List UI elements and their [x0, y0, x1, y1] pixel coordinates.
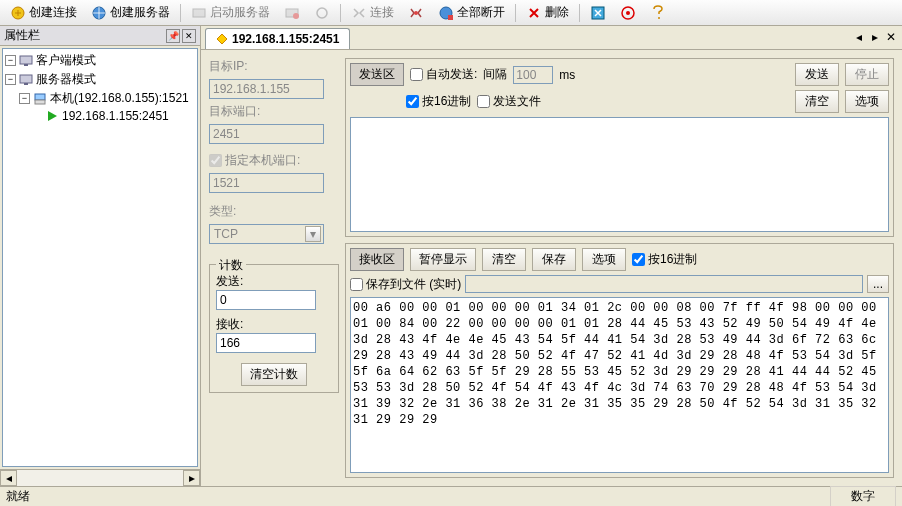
tab-prev-button[interactable]: ◂ [852, 30, 866, 44]
svg-point-12 [658, 17, 660, 19]
start-server-button[interactable]: 启动服务器 [185, 1, 276, 24]
host-icon [33, 92, 47, 106]
dropdown-icon: ▾ [305, 226, 321, 242]
close-panel-button[interactable]: ✕ [182, 29, 196, 43]
target-ip-input [209, 79, 324, 99]
scroll-track[interactable] [17, 470, 183, 486]
scroll-right-button[interactable]: ▸ [183, 470, 200, 486]
tree-server-mode[interactable]: − 服务器模式 [5, 70, 195, 89]
send-button[interactable]: 发送 [795, 63, 839, 86]
save-file-path-input [465, 275, 863, 293]
pin-button[interactable]: 📌 [166, 29, 180, 43]
receive-area: 接收区 暂停显示 清空 保存 选项 按16进制 保存到文件 (实时) ... 0… [345, 243, 894, 478]
stop-button: 停止 [845, 63, 889, 86]
save-to-file-checkbox[interactable]: 保存到文件 (实时) [350, 276, 461, 293]
disconnect-button[interactable] [402, 2, 430, 24]
tool-button-2[interactable] [614, 2, 642, 24]
pause-display-button[interactable]: 暂停显示 [410, 248, 476, 271]
panel-title: 属性栏 [4, 27, 40, 44]
send-count-label: 发送: [216, 273, 332, 290]
svg-rect-17 [35, 94, 45, 100]
svg-rect-16 [24, 83, 28, 85]
disconnect-all-label: 全部断开 [457, 4, 505, 21]
type-select: TCP ▾ [209, 224, 324, 244]
clear-send-button[interactable]: 清空 [795, 90, 839, 113]
start-icon [191, 5, 207, 21]
stop-server-icon [284, 5, 300, 21]
disconnect-all-button[interactable]: 全部断开 [432, 1, 511, 24]
properties-panel: 属性栏 📌 ✕ − 客户端模式 − 服务器模式 − 本机(192.168.0.1 [0, 26, 201, 486]
type-value: TCP [214, 227, 238, 241]
target-icon [620, 5, 636, 21]
svg-point-4 [293, 13, 299, 19]
connection-tree[interactable]: − 客户端模式 − 服务器模式 − 本机(192.168.0.155):1521… [2, 48, 198, 467]
close-box-icon [590, 5, 606, 21]
connection-icon [10, 5, 26, 21]
toolbar-separator [515, 4, 516, 22]
interval-input [513, 66, 553, 84]
local-port-label: 指定本机端口: [225, 152, 300, 169]
save-button[interactable]: 保存 [532, 248, 576, 271]
main-content: 192.168.1.155:2451 ◂ ▸ ✕ 目标IP: 目标端口: 指定本… [201, 26, 902, 486]
scroll-left-button[interactable]: ◂ [0, 470, 17, 486]
unknown-button-1[interactable] [308, 2, 336, 24]
collapse-icon[interactable]: − [5, 74, 16, 85]
svg-rect-13 [20, 56, 32, 64]
count-legend: 计数 [216, 257, 246, 274]
send-area-button[interactable]: 发送区 [350, 63, 404, 86]
start-server-label: 启动服务器 [210, 4, 270, 21]
svg-rect-15 [20, 75, 32, 83]
recv-count-input[interactable] [216, 333, 316, 353]
clear-recv-button[interactable]: 清空 [482, 248, 526, 271]
tab-close-button[interactable]: ✕ [884, 30, 898, 44]
delete-icon [526, 5, 542, 21]
tree-connection-item[interactable]: 192.168.1.155:2451 [5, 108, 195, 124]
toolbar-separator [180, 4, 181, 22]
create-server-button[interactable]: 创建服务器 [85, 1, 176, 24]
tree-client-mode[interactable]: − 客户端模式 [5, 51, 195, 70]
connect-button[interactable]: 连接 [345, 1, 400, 24]
stop-server-button[interactable] [278, 2, 306, 24]
status-numlock: 数字 [830, 486, 896, 506]
create-connection-button[interactable]: 创建连接 [4, 1, 83, 24]
auto-send-checkbox[interactable]: 自动发送: [410, 66, 477, 83]
connection-tab[interactable]: 192.168.1.155:2451 [205, 28, 350, 49]
create-connection-label: 创建连接 [29, 4, 77, 21]
send-count-input[interactable] [216, 290, 316, 310]
connect-label: 连接 [370, 4, 394, 21]
send-file-checkbox[interactable]: 发送文件 [477, 93, 541, 110]
hex-send-checkbox[interactable]: 按16进制 [406, 93, 471, 110]
collapse-icon[interactable]: − [5, 55, 16, 66]
toolbar-separator [579, 4, 580, 22]
tab-bar: 192.168.1.155:2451 ◂ ▸ ✕ [201, 26, 902, 50]
local-port-checkbox [209, 154, 222, 167]
play-icon [45, 109, 59, 123]
collapse-icon[interactable]: − [19, 93, 30, 104]
hex-recv-checkbox[interactable]: 按16进制 [632, 251, 697, 268]
delete-button[interactable]: 删除 [520, 1, 575, 24]
tool-button-1[interactable] [584, 2, 612, 24]
svg-rect-18 [35, 100, 45, 104]
tree-label: 192.168.1.155:2451 [62, 109, 169, 123]
tree-label: 本机(192.168.0.155):1521 [50, 90, 189, 107]
tree-label: 服务器模式 [36, 71, 96, 88]
tree-local-machine[interactable]: − 本机(192.168.0.155):1521 [5, 89, 195, 108]
tab-title: 192.168.1.155:2451 [232, 32, 339, 46]
browse-button[interactable]: ... [867, 275, 889, 293]
diamond-icon [216, 33, 228, 45]
tool-button-3[interactable] [644, 2, 672, 24]
receive-output[interactable]: 00 a6 00 00 01 00 00 00 01 34 01 2c 00 0… [350, 297, 889, 473]
help-icon [650, 5, 666, 21]
send-textarea[interactable] [350, 117, 889, 232]
tab-next-button[interactable]: ▸ [868, 30, 882, 44]
target-port-input [209, 124, 324, 144]
circle-icon [314, 5, 330, 21]
clear-count-button[interactable]: 清空计数 [241, 363, 307, 386]
recv-options-button[interactable]: 选项 [582, 248, 626, 271]
horizontal-scrollbar[interactable]: ◂ ▸ [0, 469, 200, 486]
recv-area-button[interactable]: 接收区 [350, 248, 404, 271]
send-options-button[interactable]: 选项 [845, 90, 889, 113]
main-toolbar: 创建连接 创建服务器 启动服务器 连接 全部断开 删除 [0, 0, 902, 26]
svg-point-5 [317, 8, 327, 18]
status-ready: 就绪 [6, 488, 30, 505]
